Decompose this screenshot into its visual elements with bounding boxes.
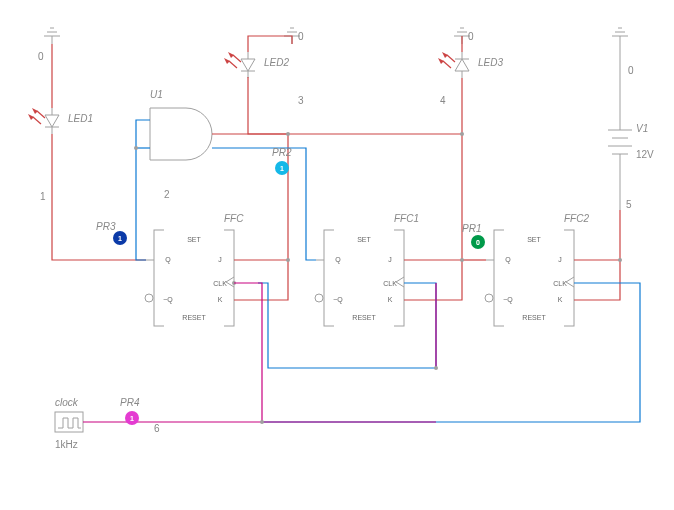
svg-text:U1: U1: [150, 89, 163, 100]
svg-point-47: [460, 132, 464, 136]
svg-text:5: 5: [626, 199, 632, 210]
ffc: [145, 230, 234, 326]
and-gate: U1: [150, 89, 212, 160]
svg-text:1kHz: 1kHz: [55, 439, 78, 450]
ffc1-label: FFC1: [394, 213, 419, 224]
svg-point-53: [260, 420, 264, 424]
led1-icon: [28, 108, 59, 134]
probe-pr3: PR3 1: [96, 221, 127, 245]
svg-text:PR3: PR3: [96, 221, 116, 232]
svg-text:PR2: PR2: [272, 147, 292, 158]
led3-label: LED3: [478, 57, 503, 68]
svg-point-54: [434, 366, 438, 370]
led1-label: LED1: [68, 113, 93, 124]
svg-text:PR4: PR4: [120, 397, 140, 408]
svg-text:PR1: PR1: [462, 223, 481, 234]
svg-point-48: [286, 258, 290, 262]
led3-icon: [438, 52, 469, 78]
ground-icon: [44, 28, 60, 44]
svg-point-46: [286, 132, 290, 136]
svg-text:0: 0: [298, 31, 304, 42]
ffc1: [315, 230, 404, 326]
svg-text:6: 6: [154, 423, 160, 434]
svg-text:1: 1: [280, 165, 284, 172]
ffc-label: FFC: [224, 213, 244, 224]
ffc2: [485, 230, 574, 326]
probe-pr2: PR2 1: [272, 147, 292, 175]
led2-label: LED2: [264, 57, 289, 68]
svg-point-49: [460, 258, 464, 262]
svg-text:4: 4: [440, 95, 446, 106]
svg-text:0: 0: [476, 239, 480, 246]
svg-point-52: [134, 146, 138, 150]
svg-text:0: 0: [628, 65, 634, 76]
svg-rect-44: [55, 412, 83, 432]
svg-text:1: 1: [130, 415, 134, 422]
clock-source: clock 1kHz: [55, 397, 83, 450]
probe-pr1: PR1 0: [462, 223, 485, 249]
svg-text:2: 2: [164, 189, 170, 200]
svg-text:0: 0: [38, 51, 44, 62]
svg-point-50: [618, 258, 622, 262]
svg-text:clock: clock: [55, 397, 79, 408]
led2-icon: [224, 52, 255, 78]
probe-pr4: PR4 1: [120, 397, 140, 425]
svg-text:V1: V1: [636, 123, 648, 134]
net-blue: [136, 120, 640, 422]
svg-text:3: 3: [298, 95, 304, 106]
svg-text:1: 1: [118, 235, 122, 242]
svg-text:0: 0: [468, 31, 474, 42]
svg-text:12V: 12V: [636, 149, 654, 160]
svg-text:1: 1: [40, 191, 46, 202]
ground-icon: [612, 28, 628, 44]
ffc2-label: FFC2: [564, 213, 589, 224]
